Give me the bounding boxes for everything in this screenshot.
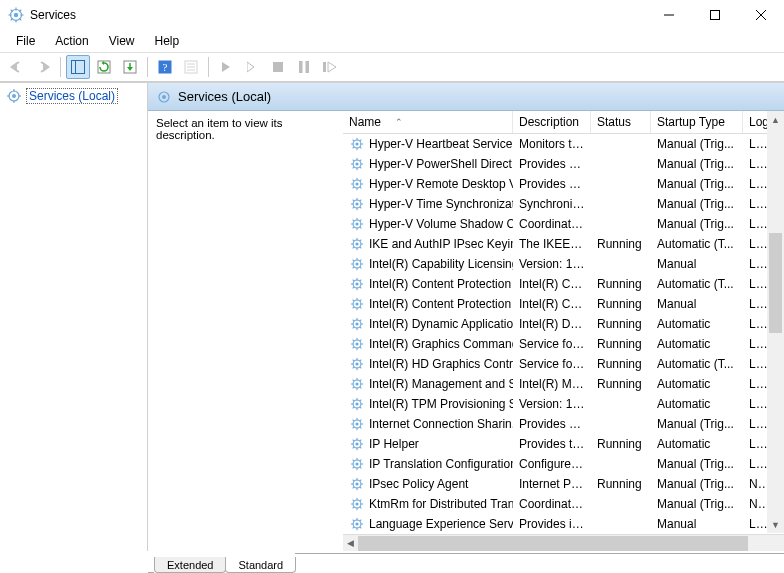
help-button[interactable]: ? <box>153 55 177 79</box>
gear-icon <box>349 216 365 232</box>
column-description[interactable]: Description <box>513 111 591 133</box>
back-button[interactable] <box>5 55 29 79</box>
table-row[interactable]: Internet Connection Sharin...Provides ne… <box>343 414 784 434</box>
svg-line-194 <box>360 447 362 449</box>
column-status[interactable]: Status <box>591 111 651 133</box>
minimize-button[interactable] <box>646 0 692 30</box>
show-hide-tree-button[interactable] <box>66 55 90 79</box>
horizontal-scroll-thumb[interactable] <box>358 536 748 551</box>
service-name: Hyper-V PowerShell Direct ... <box>369 157 513 171</box>
scroll-down-icon[interactable]: ▼ <box>767 516 784 533</box>
svg-line-76 <box>360 200 362 202</box>
svg-line-114 <box>360 287 362 289</box>
tab-extended[interactable]: Extended <box>154 557 226 573</box>
service-startup-type: Manual (Trig... <box>651 477 743 491</box>
service-description: Coordinates... <box>513 497 591 511</box>
vertical-scroll-thumb[interactable] <box>769 233 782 333</box>
service-status: Running <box>591 317 651 331</box>
service-startup-type: Manual (Trig... <box>651 457 743 471</box>
list-rows[interactable]: Hyper-V Heartbeat ServiceMonitors th...M… <box>343 134 784 534</box>
services-list[interactable]: Name⌃ Description Status Startup Type Lo… <box>343 111 784 551</box>
export-list-button[interactable] <box>118 55 142 79</box>
stop-service-button[interactable] <box>266 55 290 79</box>
service-name: KtmRm for Distributed Tran... <box>369 497 513 511</box>
table-row[interactable]: Hyper-V Heartbeat ServiceMonitors th...M… <box>343 134 784 154</box>
svg-line-155 <box>353 367 355 369</box>
table-row[interactable]: IP HelperProvides tu...RunningAutomaticL… <box>343 434 784 454</box>
maximize-button[interactable] <box>692 0 738 30</box>
column-startup-type[interactable]: Startup Type <box>651 111 743 133</box>
properties-button[interactable] <box>179 55 203 79</box>
table-row[interactable]: Intel(R) Content Protection ...Intel(R) … <box>343 274 784 294</box>
gear-icon <box>6 88 22 104</box>
table-row[interactable]: Hyper-V Remote Desktop Vi...Provides a p… <box>343 174 784 194</box>
svg-line-216 <box>360 480 362 482</box>
table-row[interactable]: KtmRm for Distributed Tran...Coordinates… <box>343 494 784 514</box>
svg-line-85 <box>353 227 355 229</box>
table-row[interactable]: IP Translation Configuration...Configure… <box>343 454 784 474</box>
tree-item-services-local[interactable]: Services (Local) <box>0 86 147 106</box>
scroll-up-icon[interactable]: ▲ <box>767 111 784 128</box>
table-row[interactable]: Intel(R) TPM Provisioning S...Version: 1… <box>343 394 784 414</box>
svg-point-218 <box>355 502 358 505</box>
menu-action[interactable]: Action <box>45 32 98 50</box>
service-description: Provides inf... <box>513 517 591 531</box>
table-row[interactable]: Intel(R) Graphics Command...Service for … <box>343 334 784 354</box>
svg-line-43 <box>353 140 355 142</box>
table-row[interactable]: IKE and AuthIP IPsec Keying...The IKEEXT… <box>343 234 784 254</box>
svg-line-55 <box>353 167 355 169</box>
table-row[interactable]: Language Experience ServiceProvides inf.… <box>343 514 784 534</box>
service-description: Synchronize... <box>513 197 591 211</box>
service-status: Running <box>591 437 651 451</box>
svg-line-174 <box>360 407 362 409</box>
table-row[interactable]: Hyper-V Volume Shadow C...Coordinates...… <box>343 214 784 234</box>
svg-line-93 <box>353 240 355 242</box>
svg-point-98 <box>355 262 358 265</box>
table-row[interactable]: Intel(R) Capability Licensing...Version:… <box>343 254 784 274</box>
table-row[interactable]: Hyper-V PowerShell Direct ...Provides a … <box>343 154 784 174</box>
pause-service-button[interactable] <box>292 55 316 79</box>
vertical-scrollbar[interactable]: ▲ ▼ <box>767 111 784 533</box>
svg-line-116 <box>360 280 362 282</box>
svg-line-224 <box>360 507 362 509</box>
column-name[interactable]: Name⌃ <box>343 111 513 133</box>
tree-pane[interactable]: Services (Local) <box>0 83 148 551</box>
horizontal-scrollbar[interactable]: ◀ <box>343 534 784 551</box>
svg-line-146 <box>360 340 362 342</box>
refresh-button[interactable] <box>92 55 116 79</box>
menu-file[interactable]: File <box>6 32 45 50</box>
scroll-left-icon[interactable]: ◀ <box>343 538 357 548</box>
table-row[interactable]: Hyper-V Time Synchronizati...Synchronize… <box>343 194 784 214</box>
menu-help[interactable]: Help <box>145 32 190 50</box>
table-row[interactable]: Intel(R) Dynamic Applicatio...Intel(R) D… <box>343 314 784 334</box>
window-controls <box>646 0 784 30</box>
svg-line-144 <box>360 347 362 349</box>
svg-point-168 <box>355 402 358 405</box>
menu-view[interactable]: View <box>99 32 145 50</box>
description-panel: Select an item to view its description. <box>148 111 343 551</box>
restart-service-button[interactable] <box>318 55 342 79</box>
svg-line-204 <box>360 467 362 469</box>
table-row[interactable]: Intel(R) Management and S...Intel(R) Ma.… <box>343 374 784 394</box>
svg-line-236 <box>360 520 362 522</box>
svg-point-178 <box>355 422 358 425</box>
svg-line-115 <box>353 287 355 289</box>
gear-icon <box>349 136 365 152</box>
table-row[interactable]: IPsec Policy AgentInternet Pro...Running… <box>343 474 784 494</box>
table-row[interactable]: Intel(R) HD Graphics Contro...Service fo… <box>343 354 784 374</box>
svg-line-94 <box>360 247 362 249</box>
service-startup-type: Manual (Trig... <box>651 217 743 231</box>
gear-icon <box>349 296 365 312</box>
svg-point-128 <box>355 322 358 325</box>
svg-line-65 <box>353 187 355 189</box>
tab-standard[interactable]: Standard <box>225 557 296 573</box>
svg-line-106 <box>360 260 362 262</box>
forward-button[interactable] <box>31 55 55 79</box>
close-button[interactable] <box>738 0 784 30</box>
svg-line-54 <box>360 167 362 169</box>
table-row[interactable]: Intel(R) Content Protection ...Intel(R) … <box>343 294 784 314</box>
svg-line-185 <box>353 427 355 429</box>
start-service-alt-button[interactable] <box>240 55 264 79</box>
start-service-button[interactable] <box>214 55 238 79</box>
svg-line-154 <box>360 367 362 369</box>
